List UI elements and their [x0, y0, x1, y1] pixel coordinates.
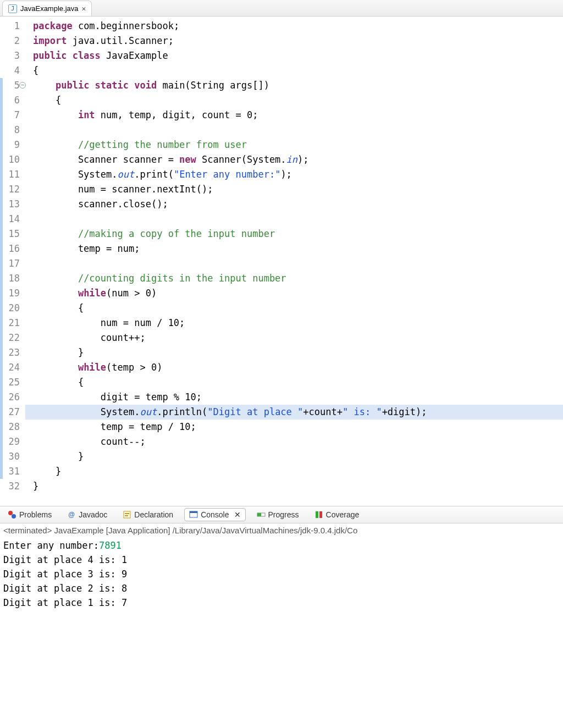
- line-number: 13: [0, 197, 20, 212]
- line-number: 10: [0, 152, 20, 167]
- code-line[interactable]: count--;: [25, 434, 563, 449]
- line-number: 4: [0, 63, 20, 78]
- code-line[interactable]: //counting digits in the input number: [25, 271, 563, 286]
- line-number: 30: [0, 449, 20, 464]
- tab-declaration[interactable]: Declaration: [118, 509, 178, 521]
- code-line[interactable]: scanner.close();: [25, 197, 563, 212]
- code-line[interactable]: }: [25, 449, 563, 464]
- tab-console[interactable]: Console ✕: [184, 508, 245, 521]
- code-line[interactable]: num = num / 10;: [25, 316, 563, 330]
- console-line: Enter any number:7891: [3, 538, 560, 553]
- console-line: Digit at place 3 is: 9: [3, 567, 560, 581]
- code-line[interactable]: temp = num;: [25, 241, 563, 256]
- console-prompt: Enter any number:: [3, 540, 99, 551]
- close-console-icon[interactable]: ✕: [234, 510, 241, 519]
- code-line[interactable]: }: [25, 464, 563, 479]
- code-line[interactable]: digit = temp % 10;: [25, 390, 563, 405]
- tab-coverage-label: Coverage: [326, 510, 360, 519]
- code-line[interactable]: }: [25, 479, 563, 494]
- code-line[interactable]: import java.util.Scanner;: [25, 34, 563, 48]
- line-number: 16: [0, 241, 20, 256]
- line-number: 22: [0, 330, 20, 345]
- code-line[interactable]: [25, 123, 563, 137]
- code-line[interactable]: //making a copy of the input number: [25, 227, 563, 241]
- code-line[interactable]: [25, 212, 563, 227]
- code-line[interactable]: //getting the number from user: [25, 137, 563, 152]
- line-number: 18: [0, 271, 20, 286]
- code-line[interactable]: System.out.print("Enter any number:");: [25, 167, 563, 182]
- code-line[interactable]: Scanner scanner = new Scanner(System.in)…: [25, 152, 563, 167]
- console-user-input: 7891: [99, 540, 122, 551]
- code-editor[interactable]: 12345−6789101112131415161718192021222324…: [0, 16, 563, 494]
- console-status-line: <terminated> JavaExample [Java Applicati…: [0, 523, 563, 537]
- line-number: 3: [0, 48, 20, 63]
- tab-filename: JavaExample.java: [20, 4, 79, 13]
- line-number: 1: [0, 19, 20, 34]
- fold-toggle-icon[interactable]: −: [19, 82, 26, 89]
- editor-tab-javaexample[interactable]: J JavaExample.java ✕: [2, 1, 92, 16]
- line-number: 23: [0, 345, 20, 360]
- svg-rect-10: [319, 511, 322, 518]
- problems-icon: [8, 510, 16, 519]
- line-number: 14: [0, 212, 20, 227]
- line-number: 8: [0, 123, 20, 137]
- java-file-icon: J: [8, 4, 17, 13]
- code-line[interactable]: public static void main(String args[]): [25, 78, 563, 93]
- svg-rect-4: [125, 515, 128, 516]
- line-number: 17: [0, 256, 20, 271]
- code-line[interactable]: }: [25, 345, 563, 360]
- tab-javadoc-label: Javadoc: [79, 510, 107, 519]
- line-number: 12: [0, 182, 20, 197]
- close-tab-icon[interactable]: ✕: [82, 4, 86, 13]
- line-number: 25: [0, 375, 20, 390]
- editor-tab-bar: J JavaExample.java ✕: [0, 0, 563, 16]
- console-line: Digit at place 2 is: 8: [3, 581, 560, 595]
- line-number: 6: [0, 93, 20, 108]
- line-number: 31: [0, 464, 20, 479]
- tab-problems[interactable]: Problems: [3, 509, 56, 521]
- code-line[interactable]: while(temp > 0): [25, 360, 563, 375]
- code-line[interactable]: int num, temp, digit, count = 0;: [25, 108, 563, 123]
- code-line[interactable]: System.out.println("Digit at place "+cou…: [25, 405, 563, 420]
- line-number: 7: [0, 108, 20, 123]
- progress-icon: [257, 510, 266, 519]
- line-number: 24: [0, 360, 20, 375]
- svg-point-1: [12, 514, 16, 519]
- code-line[interactable]: [25, 256, 563, 271]
- tab-problems-label: Problems: [19, 510, 52, 519]
- console-line: Digit at place 1 is: 7: [3, 595, 560, 610]
- tab-declaration-label: Declaration: [134, 510, 173, 519]
- code-line[interactable]: {: [25, 63, 563, 78]
- code-content[interactable]: package com.beginnersbook;import java.ut…: [25, 19, 563, 494]
- tab-coverage[interactable]: Coverage: [310, 509, 364, 521]
- code-line[interactable]: package com.beginnersbook;: [25, 19, 563, 34]
- console-output[interactable]: Enter any number:7891 Digit at place 4 i…: [0, 537, 563, 611]
- line-number: 19: [0, 286, 20, 301]
- tab-console-label: Console: [201, 510, 229, 519]
- code-line[interactable]: while(num > 0): [25, 286, 563, 301]
- bottom-view-tabs: Problems @ Javadoc Declaration Console ✕…: [0, 506, 563, 523]
- code-line[interactable]: count++;: [25, 330, 563, 345]
- svg-point-0: [8, 511, 13, 515]
- code-line[interactable]: public class JavaExample: [25, 48, 563, 63]
- code-line[interactable]: {: [25, 93, 563, 108]
- line-number: 9: [0, 137, 20, 152]
- tab-javadoc[interactable]: @ Javadoc: [63, 509, 112, 521]
- javadoc-icon: @: [67, 510, 76, 519]
- svg-rect-2: [124, 511, 130, 518]
- tab-progress[interactable]: Progress: [252, 509, 303, 521]
- line-number: 29: [0, 434, 20, 449]
- line-number: 5−: [0, 78, 20, 93]
- line-number: 11: [0, 167, 20, 182]
- code-line[interactable]: {: [25, 375, 563, 390]
- code-line[interactable]: temp = temp / 10;: [25, 420, 563, 434]
- svg-rect-3: [125, 513, 129, 514]
- console-line: Digit at place 4 is: 1: [3, 553, 560, 567]
- code-line[interactable]: {: [25, 301, 563, 316]
- declaration-icon: [123, 510, 131, 519]
- svg-rect-9: [316, 511, 318, 518]
- line-number: 21: [0, 316, 20, 330]
- line-number: 2: [0, 34, 20, 48]
- line-number: 20: [0, 301, 20, 316]
- code-line[interactable]: num = scanner.nextInt();: [25, 182, 563, 197]
